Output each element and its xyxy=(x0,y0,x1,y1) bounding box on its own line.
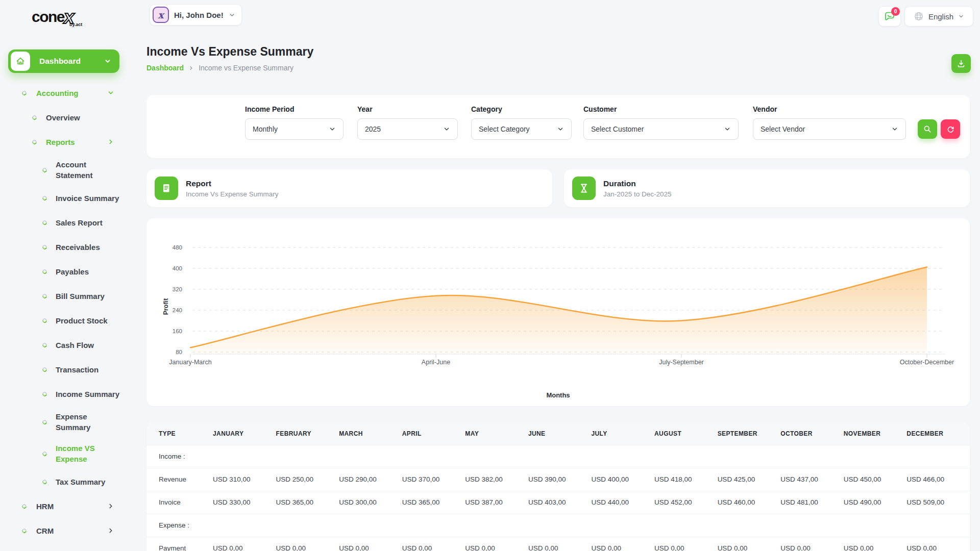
row-label: Revenue xyxy=(146,468,213,491)
amount-cell: USD 466,00 xyxy=(906,468,970,491)
ring-bullet-icon xyxy=(31,114,37,120)
sidebar-item-hrm[interactable]: HRM xyxy=(0,494,133,518)
breadcrumb-current: Income vs Expense Summary xyxy=(199,64,293,72)
amount-cell: USD 418,00 xyxy=(654,468,718,491)
sidebar-item-label: CRM xyxy=(36,525,54,536)
sidebar-item-account-statement[interactable]: Account Statement xyxy=(0,154,133,186)
svg-text:240: 240 xyxy=(173,307,182,313)
chevron-down-icon xyxy=(443,126,450,133)
table-row: InvoiceUSD 330,00USD 365,00USD 300,00USD… xyxy=(146,491,970,514)
sidebar-item-expense-summary[interactable]: Expense Summary xyxy=(0,406,133,438)
sidebar-item-transaction[interactable]: Transaction xyxy=(0,357,133,382)
category-select[interactable]: Select Category xyxy=(471,118,572,140)
chevron-right-icon xyxy=(107,503,114,510)
selected-value: Monthly xyxy=(253,125,278,133)
home-icon xyxy=(11,52,30,71)
income-period-select[interactable]: Monthly xyxy=(245,118,344,140)
column-header: JANUARY xyxy=(213,422,276,445)
globe-icon xyxy=(914,11,924,21)
amount-cell: USD 365,00 xyxy=(276,491,339,514)
ring-bullet-icon xyxy=(41,450,47,457)
sidebar-item-label: Bill Summary xyxy=(56,291,105,302)
amount-cell: USD 330,00 xyxy=(213,491,276,514)
user-menu-button[interactable]: x Hi, John Doe! xyxy=(150,4,242,26)
sidebar-nav: AccountingOverviewReportsAccount Stateme… xyxy=(0,81,133,543)
sidebar-item-invoice-summary[interactable]: Invoice Summary xyxy=(0,186,133,210)
report-card-title: Report xyxy=(186,179,279,188)
selected-value: Select Customer xyxy=(591,125,644,133)
svg-text:480: 480 xyxy=(173,244,182,251)
chevron-down-icon xyxy=(229,12,235,18)
amount-cell: USD 509,00 xyxy=(906,491,970,514)
amount-cell: USD 403,00 xyxy=(528,491,592,514)
column-header: MARCH xyxy=(339,422,402,445)
duration-card: Duration Jan-2025 to Dec-2025 xyxy=(564,169,970,207)
customer-select[interactable]: Select Customer xyxy=(583,118,739,140)
amount-cell: USD 290,00 xyxy=(339,468,402,491)
ring-bullet-icon xyxy=(21,528,27,534)
sidebar-item-label: Tax Summary xyxy=(56,477,105,487)
ring-bullet-icon xyxy=(41,479,47,485)
selected-value: Select Category xyxy=(479,125,530,133)
column-header: OCTOBER xyxy=(780,422,844,445)
selected-value: Select Vendor xyxy=(761,125,805,133)
section-label: Income : xyxy=(146,445,970,468)
ring-bullet-icon xyxy=(41,419,47,425)
svg-text:October-December: October-December xyxy=(900,359,954,366)
search-button[interactable] xyxy=(918,119,937,139)
svg-text:January-March: January-March xyxy=(169,359,211,366)
ring-bullet-icon xyxy=(31,139,37,145)
notifications-button[interactable]: 0 xyxy=(878,6,901,27)
column-header: JUNE xyxy=(528,422,592,445)
amount-cell: USD 0,00 xyxy=(465,537,528,551)
column-header: DECEMBER xyxy=(906,422,970,445)
sidebar-item-label: Invoice Summary xyxy=(56,193,119,204)
breadcrumb-dashboard-link[interactable]: Dashboard xyxy=(146,64,184,72)
download-button[interactable] xyxy=(951,54,971,73)
sidebar-item-income-vs-expense[interactable]: Income VS Expense xyxy=(0,438,133,469)
sidebar-item-overview[interactable]: Overview xyxy=(0,105,133,130)
sidebar-item-accounting[interactable]: Accounting xyxy=(0,81,133,105)
sidebar-item-crm[interactable]: CRM xyxy=(0,518,133,543)
sidebar-item-product-stock[interactable]: Product Stock xyxy=(0,308,133,333)
sidebar-item-tax-summary[interactable]: Tax Summary xyxy=(0,469,133,494)
ring-bullet-icon xyxy=(41,268,47,274)
sidebar-item-income-summary[interactable]: Income Summary xyxy=(0,382,133,406)
sidebar-item-label: Transaction xyxy=(56,364,99,375)
language-selector[interactable]: English xyxy=(904,6,973,27)
brand-byline: by.act xyxy=(69,22,82,27)
income-period-label: Income Period xyxy=(245,105,344,113)
sidebar-item-cash-flow[interactable]: Cash Flow xyxy=(0,333,133,357)
year-select[interactable]: 2025 xyxy=(357,118,458,140)
amount-cell: USD 0,00 xyxy=(906,537,970,551)
amount-cell: USD 365,00 xyxy=(402,491,465,514)
refresh-button[interactable] xyxy=(941,119,960,139)
amount-cell: USD 0,00 xyxy=(276,537,339,551)
sidebar-item-bill-summary[interactable]: Bill Summary xyxy=(0,284,133,308)
breadcrumb: Dashboard Income vs Expense Summary xyxy=(146,64,293,72)
download-icon xyxy=(957,59,966,68)
customer-label: Customer xyxy=(583,105,739,113)
refresh-icon xyxy=(946,125,955,134)
sidebar-item-dashboard[interactable]: Dashboard xyxy=(8,49,119,73)
profit-chart-card: 80160240320400480 January-MarchApril-Jun… xyxy=(146,218,970,406)
duration-card-title: Duration xyxy=(603,179,672,188)
sidebar-item-label: Payables xyxy=(56,266,89,277)
svg-text:320: 320 xyxy=(173,286,182,292)
amount-cell: USD 300,00 xyxy=(339,491,402,514)
section-label: Expense : xyxy=(146,514,970,537)
chevron-down-icon xyxy=(724,126,731,133)
sidebar-item-sales-report[interactable]: Sales Report xyxy=(0,210,133,235)
chevron-down-icon xyxy=(104,58,111,65)
category-label: Category xyxy=(471,105,572,113)
sidebar-item-reports[interactable]: Reports xyxy=(0,130,133,154)
amount-cell: USD 481,00 xyxy=(780,491,844,514)
sidebar-item-label: Accounting xyxy=(36,88,79,98)
sidebar-item-payables[interactable]: Payables xyxy=(0,259,133,284)
amount-cell: USD 250,00 xyxy=(276,468,339,491)
vendor-select[interactable]: Select Vendor xyxy=(753,118,906,140)
sidebar-item-receivables[interactable]: Receivables xyxy=(0,235,133,259)
duration-card-subtitle: Jan-2025 to Dec-2025 xyxy=(603,190,672,198)
profit-area-chart: 80160240320400480 January-MarchApril-Jun… xyxy=(159,233,958,375)
amount-cell: USD 452,00 xyxy=(654,491,718,514)
